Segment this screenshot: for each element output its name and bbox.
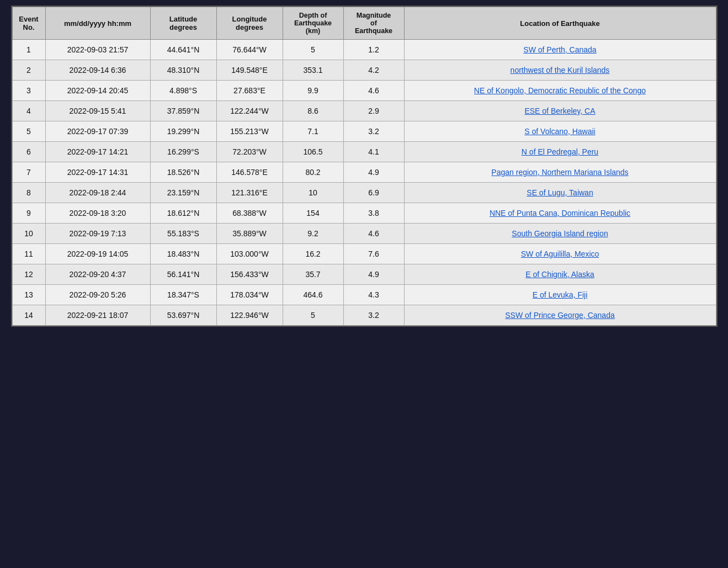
cell-latitude: 55.183°S	[150, 224, 216, 244]
cell-datetime: 2022-09-21 18:07	[45, 305, 150, 326]
location-link[interactable]: northwest of the Kuril Islands	[511, 66, 610, 75]
cell-depth: 10	[283, 183, 343, 203]
cell-depth: 5	[283, 40, 343, 60]
table-row: 72022-09-17 14:3118.526°N146.578°E80.24.…	[12, 162, 716, 183]
header-magnitude: MagnitudeofEarthquake	[343, 7, 404, 40]
cell-depth: 9.9	[283, 81, 343, 101]
location-link[interactable]: NE of Kongolo, Democratic Republic of th…	[474, 86, 646, 95]
cell-longitude: 156.433°W	[216, 264, 283, 285]
cell-event-no: 5	[12, 121, 45, 142]
cell-depth: 106.5	[283, 142, 343, 162]
cell-latitude: 18.347°S	[150, 285, 216, 305]
location-link[interactable]: N of El Pedregal, Peru	[522, 147, 598, 156]
cell-event-no: 3	[12, 81, 45, 101]
cell-depth: 353.1	[283, 60, 343, 81]
cell-location: NNE of Punta Cana, Dominican Republic	[404, 203, 716, 224]
location-link[interactable]: ESE of Berkeley, CA	[524, 107, 595, 115]
cell-datetime: 2022-09-03 21:57	[45, 40, 150, 60]
cell-magnitude: 3.2	[343, 305, 404, 326]
cell-depth: 464.6	[283, 285, 343, 305]
cell-datetime: 2022-09-14 20:45	[45, 81, 150, 101]
header-event-no: EventNo.	[12, 7, 45, 40]
cell-magnitude: 4.2	[343, 60, 404, 81]
cell-event-no: 13	[12, 285, 45, 305]
cell-longitude: 155.213°W	[216, 121, 283, 142]
header-location: Location of Earthquake	[404, 7, 716, 40]
cell-datetime: 2022-09-17 14:31	[45, 162, 150, 183]
table-row: 82022-09-18 2:4423.159°N121.316°E106.9SE…	[12, 183, 716, 203]
location-link[interactable]: SW of Perth, Canada	[523, 45, 596, 54]
main-container: EventNo. mm/dd/yyyy hh:mm Latitudedegree…	[11, 6, 718, 327]
cell-depth: 80.2	[283, 162, 343, 183]
location-link[interactable]: E of Levuka, Fiji	[533, 290, 588, 299]
earthquake-table: EventNo. mm/dd/yyyy hh:mm Latitudedegree…	[12, 7, 716, 326]
cell-datetime: 2022-09-18 3:20	[45, 203, 150, 224]
cell-event-no: 7	[12, 162, 45, 183]
cell-event-no: 8	[12, 183, 45, 203]
cell-datetime: 2022-09-19 7:13	[45, 224, 150, 244]
location-link[interactable]: South Georgia Island region	[512, 229, 608, 238]
cell-magnitude: 4.9	[343, 162, 404, 183]
cell-event-no: 6	[12, 142, 45, 162]
cell-latitude: 18.483°N	[150, 244, 216, 264]
cell-longitude: 122.244°W	[216, 101, 283, 121]
table-row: 122022-09-20 4:3756.141°N156.433°W35.74.…	[12, 264, 716, 285]
cell-magnitude: 4.9	[343, 264, 404, 285]
cell-latitude: 56.141°N	[150, 264, 216, 285]
cell-latitude: 44.641°N	[150, 40, 216, 60]
table-row: 32022-09-14 20:454.898°S27.683°E9.94.6NE…	[12, 81, 716, 101]
cell-longitude: 146.578°E	[216, 162, 283, 183]
cell-longitude: 27.683°E	[216, 81, 283, 101]
location-link[interactable]: SE of Lugu, Taiwan	[527, 188, 593, 197]
cell-magnitude: 4.6	[343, 224, 404, 244]
cell-location: Pagan region, Northern Mariana Islands	[404, 162, 716, 183]
cell-depth: 35.7	[283, 264, 343, 285]
cell-magnitude: 6.9	[343, 183, 404, 203]
cell-datetime: 2022-09-17 14:21	[45, 142, 150, 162]
table-row: 132022-09-20 5:2618.347°S178.034°W464.64…	[12, 285, 716, 305]
location-link[interactable]: SW of Aguililla, Mexico	[521, 250, 599, 258]
header-datetime: mm/dd/yyyy hh:mm	[45, 7, 150, 40]
cell-longitude: 76.644°W	[216, 40, 283, 60]
cell-depth: 7.1	[283, 121, 343, 142]
table-row: 22022-09-14 6:3648.310°N149.548°E353.14.…	[12, 60, 716, 81]
cell-location: E of Levuka, Fiji	[404, 285, 716, 305]
cell-event-no: 10	[12, 224, 45, 244]
cell-location: NE of Kongolo, Democratic Republic of th…	[404, 81, 716, 101]
cell-location: SE of Lugu, Taiwan	[404, 183, 716, 203]
cell-location: S of Volcano, Hawaii	[404, 121, 716, 142]
cell-longitude: 72.203°W	[216, 142, 283, 162]
table-row: 42022-09-15 5:4137.859°N122.244°W8.62.9E…	[12, 101, 716, 121]
header-latitude: Latitudedegrees	[150, 7, 216, 40]
cell-event-no: 9	[12, 203, 45, 224]
cell-location: SW of Perth, Canada	[404, 40, 716, 60]
table-row: 102022-09-19 7:1355.183°S35.889°W9.24.6S…	[12, 224, 716, 244]
cell-longitude: 35.889°W	[216, 224, 283, 244]
cell-depth: 154	[283, 203, 343, 224]
location-link[interactable]: NNE of Punta Cana, Dominican Republic	[490, 209, 630, 217]
cell-latitude: 53.697°N	[150, 305, 216, 326]
cell-location: SSW of Prince George, Canada	[404, 305, 716, 326]
cell-latitude: 37.859°N	[150, 101, 216, 121]
location-link[interactable]: S of Volcano, Hawaii	[524, 127, 595, 136]
cell-datetime: 2022-09-15 5:41	[45, 101, 150, 121]
cell-datetime: 2022-09-20 4:37	[45, 264, 150, 285]
cell-magnitude: 4.1	[343, 142, 404, 162]
table-row: 62022-09-17 14:2116.299°S72.203°W106.54.…	[12, 142, 716, 162]
cell-latitude: 4.898°S	[150, 81, 216, 101]
cell-latitude: 18.612°N	[150, 203, 216, 224]
cell-depth: 16.2	[283, 244, 343, 264]
cell-event-no: 2	[12, 60, 45, 81]
location-link[interactable]: Pagan region, Northern Mariana Islands	[491, 168, 628, 177]
cell-magnitude: 2.9	[343, 101, 404, 121]
location-link[interactable]: E of Chignik, Alaska	[525, 270, 594, 279]
cell-magnitude: 1.2	[343, 40, 404, 60]
cell-event-no: 4	[12, 101, 45, 121]
cell-depth: 5	[283, 305, 343, 326]
location-link[interactable]: SSW of Prince George, Canada	[505, 311, 614, 320]
table-row: 92022-09-18 3:2018.612°N68.388°W1543.8NN…	[12, 203, 716, 224]
cell-longitude: 122.946°W	[216, 305, 283, 326]
cell-magnitude: 4.6	[343, 81, 404, 101]
cell-location: northwest of the Kuril Islands	[404, 60, 716, 81]
cell-datetime: 2022-09-20 5:26	[45, 285, 150, 305]
